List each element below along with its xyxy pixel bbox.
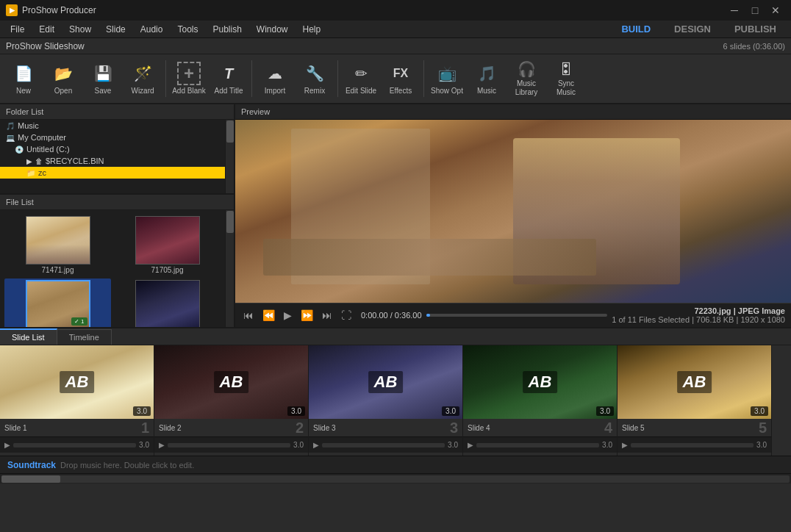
slide-thumb-1[interactable]: AB 3.0 bbox=[0, 345, 154, 419]
tool-open[interactable]: 📂 Open bbox=[44, 57, 82, 100]
file-scrollbar[interactable] bbox=[225, 210, 234, 327]
slide-item-5: AB 3.0 Slide 5 5 ▶ 3.0 bbox=[618, 345, 772, 456]
soundtrack-hint: Drop music here. Double click to edit. bbox=[60, 461, 194, 470]
tool-music[interactable]: 🎵 Music bbox=[468, 57, 506, 100]
tool-remix[interactable]: 🔧 Remix bbox=[296, 57, 334, 100]
tool-effects[interactable]: FX Effects bbox=[382, 57, 420, 100]
menu-edit[interactable]: Edit bbox=[32, 23, 62, 36]
slide-3-play[interactable]: ▶ bbox=[313, 441, 319, 449]
tool-new[interactable]: 📄 New bbox=[4, 57, 43, 100]
mode-publish[interactable]: PUBLISH bbox=[723, 22, 788, 36]
folder-list-label: Folder List bbox=[6, 107, 43, 116]
tool-show-opt[interactable]: 📺 Show Opt bbox=[428, 57, 466, 100]
close-button[interactable]: ✕ bbox=[766, 3, 785, 18]
show-title: ProShow Slideshow bbox=[6, 41, 85, 51]
preview-controls: ⏮ ⏪ ▶ ⏩ ⏭ ⛶ 0:00.00 / 0:36.00 72230.jpg … bbox=[235, 303, 791, 327]
file-info: 72230.jpg | JPEG Image 1 of 11 Files Sel… bbox=[612, 306, 785, 324]
slide-5-name: Slide 5 bbox=[622, 424, 645, 432]
tool-wizard[interactable]: 🪄 Wizard bbox=[124, 57, 162, 100]
menu-show[interactable]: Show bbox=[62, 23, 99, 36]
folder-recycle-bin[interactable]: ▶ 🗑 $RECYCLE.BIN bbox=[0, 155, 225, 167]
menu-audio[interactable]: Audio bbox=[133, 23, 171, 36]
folder-my-computer[interactable]: 💻 My Computer bbox=[0, 132, 225, 143]
tool-music-lib-label: Music Library bbox=[509, 79, 544, 97]
mode-design[interactable]: DESIGN bbox=[662, 22, 723, 36]
tab-timeline[interactable]: Timeline bbox=[57, 329, 112, 345]
file-thumb-72260[interactable]: 72260.jpg bbox=[114, 278, 221, 327]
slide-4-play[interactable]: ▶ bbox=[468, 441, 473, 449]
menu-slide[interactable]: Slide bbox=[99, 23, 133, 36]
tool-add-title[interactable]: T Add Title bbox=[210, 57, 248, 100]
file-thumb-72230[interactable]: ✓ 1 72230.jpg bbox=[4, 278, 111, 327]
tool-import[interactable]: ☁ Import bbox=[256, 57, 294, 100]
slide-thumb-5[interactable]: AB 3.0 bbox=[618, 345, 771, 419]
add-blank-icon: + bbox=[177, 62, 201, 85]
folder-tree: 🎵 Music 💻 My Computer 💿 Untitled (C:) ▶ … bbox=[0, 120, 225, 193]
slide-item-3: AB 3.0 Slide 3 3 ▶ 3.0 bbox=[309, 345, 463, 456]
slide-4-name: Slide 4 bbox=[468, 424, 490, 432]
tool-save[interactable]: 💾 Save bbox=[84, 57, 122, 100]
menu-file[interactable]: File bbox=[3, 23, 32, 36]
fullscreen-button[interactable]: ⛶ bbox=[339, 308, 354, 323]
tool-music-lib[interactable]: 🎧 Music Library bbox=[507, 57, 545, 100]
file-thumb-71471[interactable]: 71471.jpg bbox=[4, 215, 111, 276]
file-grid: 71471.jpg 71705.jpg ✓ 1 bbox=[0, 210, 225, 327]
save-icon: 💾 bbox=[91, 62, 115, 85]
slide-1-audio-bar bbox=[13, 443, 136, 447]
slide-4-audio-bar bbox=[476, 443, 599, 447]
file-thumb-71705[interactable]: 71705.jpg bbox=[114, 215, 221, 276]
tool-show-opt-label: Show Opt bbox=[431, 87, 463, 96]
slide-thumb-2[interactable]: AB 3.0 bbox=[154, 345, 308, 419]
play-button[interactable]: ▶ bbox=[282, 308, 294, 323]
skip-fwd-button[interactable]: ⏭ bbox=[320, 308, 334, 323]
slide-2-duration-badge: 3.0 bbox=[287, 406, 305, 416]
menu-window[interactable]: Window bbox=[249, 23, 296, 36]
toolbar-sep-2 bbox=[251, 60, 252, 97]
menu-help[interactable]: Help bbox=[296, 23, 329, 36]
folder-music[interactable]: 🎵 Music bbox=[0, 120, 225, 132]
file-scroll-thumb[interactable] bbox=[226, 211, 234, 233]
slide-3-number: 3 bbox=[450, 420, 458, 435]
tool-edit-slide[interactable]: ✏ Edit Slide bbox=[342, 57, 380, 100]
folder-c-drive[interactable]: 💿 Untitled (C:) bbox=[0, 143, 225, 155]
skip-back-button[interactable]: ⏮ bbox=[241, 308, 256, 323]
slide-1-audio-duration: 3.0 bbox=[139, 441, 149, 449]
slide-3-audio-bar bbox=[322, 443, 445, 447]
file-list-label: File List bbox=[6, 198, 34, 206]
slide-1-play[interactable]: ▶ bbox=[4, 441, 10, 449]
menu-publish[interactable]: Publish bbox=[205, 23, 248, 36]
app-icon: ▶ bbox=[6, 4, 18, 16]
slide-item-2: AB 3.0 Slide 2 2 ▶ 3.0 bbox=[154, 345, 309, 456]
file-image-71705 bbox=[135, 216, 200, 265]
slide-thumb-3[interactable]: AB 3.0 bbox=[309, 345, 462, 419]
tool-sync-music[interactable]: 🎛 Sync Music bbox=[547, 57, 585, 100]
folder-scrollbar[interactable] bbox=[225, 120, 234, 193]
slide-2-play[interactable]: ▶ bbox=[159, 441, 165, 449]
folder-zc[interactable]: 📁 zc bbox=[0, 167, 225, 179]
slide-5-number: 5 bbox=[759, 420, 767, 435]
slide-thumb-4[interactable]: AB 3.0 bbox=[463, 345, 617, 419]
hscroll-thumb[interactable] bbox=[1, 475, 60, 483]
mode-build[interactable]: BUILD bbox=[609, 22, 662, 36]
slide-item-4: AB 3.0 Slide 4 4 ▶ 3.0 bbox=[463, 345, 618, 456]
hscroll-track[interactable] bbox=[1, 475, 790, 483]
slide-5-play[interactable]: ▶ bbox=[622, 441, 628, 449]
tool-save-label: Save bbox=[95, 87, 112, 96]
step-fwd-button[interactable]: ⏩ bbox=[298, 308, 315, 323]
minimize-button[interactable]: ─ bbox=[725, 3, 744, 18]
file-image-71471 bbox=[26, 216, 90, 265]
tool-add-blank[interactable]: + Add Blank bbox=[170, 57, 208, 100]
toolbar: 📄 New 📂 Open 💾 Save 🪄 Wizard + Add Blank… bbox=[0, 54, 791, 104]
menu-tools[interactable]: Tools bbox=[170, 23, 205, 36]
app-title: ProShow Producer bbox=[22, 5, 725, 15]
soundtrack-label: Soundtrack bbox=[7, 460, 56, 470]
tool-new-label: New bbox=[16, 87, 31, 96]
slide-1-name: Slide 1 bbox=[4, 424, 27, 432]
window-controls: ─ □ ✕ bbox=[725, 3, 785, 18]
maximize-button[interactable]: □ bbox=[745, 3, 765, 18]
progress-bar[interactable] bbox=[426, 314, 608, 317]
step-back-button[interactable]: ⏪ bbox=[260, 308, 277, 323]
tab-slide-list[interactable]: Slide List bbox=[0, 328, 57, 345]
horizontal-scrollbar[interactable] bbox=[0, 473, 791, 484]
folder-scroll-thumb[interactable] bbox=[226, 121, 234, 143]
